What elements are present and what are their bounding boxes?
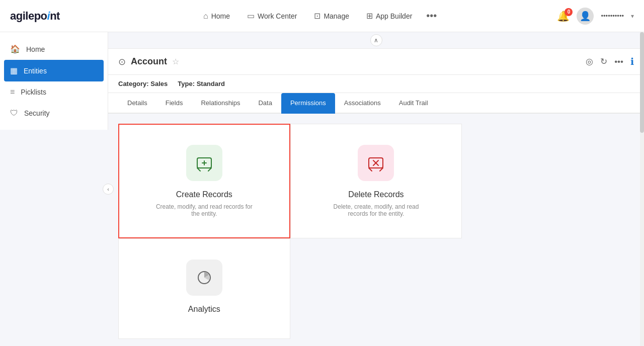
top-navigation: agilepoint ⌂ Home ▭ Work Center ⊡ Manage… <box>0 0 644 32</box>
page-header: ⊙ Account ☆ ◎ ↻ ••• ℹ <box>108 49 644 75</box>
nav-manage[interactable]: ⊡ Manage <box>307 7 356 25</box>
tab-relationships[interactable]: Relationships <box>192 93 249 114</box>
nav-appbuilder-label: App Builder <box>376 12 412 20</box>
delete-records-icon-wrap <box>358 145 394 181</box>
logo: agilepoint <box>10 10 60 23</box>
user-icon: 👤 <box>580 11 591 22</box>
type-label: Type: <box>178 80 195 88</box>
analytics-icon <box>195 269 213 287</box>
avatar[interactable]: 👤 <box>577 8 594 25</box>
collapse-sidebar-button[interactable]: ‹ <box>103 184 114 195</box>
nav-items: ⌂ Home ▭ Work Center ⊡ Manage ⊞ App Buil… <box>80 6 557 26</box>
entities-icon: ▦ <box>10 66 18 75</box>
type-meta: Type: Standard <box>178 80 225 88</box>
analytics-icon-wrap <box>186 260 222 296</box>
monitor-icon: ▭ <box>247 11 255 21</box>
permission-card-delete[interactable]: Delete Records Delete, create, modify, a… <box>290 124 462 238</box>
nav-right: 🔔 0 👤 •••••••••• ▾ <box>557 8 634 25</box>
sidebar-item-home-label: Home <box>26 45 45 53</box>
nav-home[interactable]: ⌂ Home <box>196 8 237 25</box>
user-name-label[interactable]: •••••••••• <box>601 12 624 20</box>
more-icon[interactable]: ••• <box>614 57 623 67</box>
sidebar-item-security[interactable]: 🛡 Security <box>0 103 108 124</box>
appbuilder-icon: ⊞ <box>366 11 373 21</box>
tab-data[interactable]: Data <box>249 93 281 114</box>
info-icon[interactable]: ℹ <box>630 56 634 67</box>
page-header-left: ⊙ Account ☆ <box>118 56 179 67</box>
tabs-bar: Details Fields Relationships Data Permis… <box>108 93 644 114</box>
chevron-left-icon: ‹ <box>107 186 109 192</box>
chevron-down-icon[interactable]: ▾ <box>631 13 634 20</box>
analytics-title: Analytics <box>188 305 220 314</box>
nav-appbuilder[interactable]: ⊞ App Builder <box>359 7 419 25</box>
sidebar-wrapper: 🏠 Home ▦ Entities ≡ Picklists 🛡 Security… <box>0 32 108 346</box>
top-collapse-bar: ∧ <box>108 32 644 49</box>
page-header-right: ◎ ↻ ••• ℹ <box>586 56 634 67</box>
category-label: Category: <box>118 80 149 88</box>
main-layout: 🏠 Home ▦ Entities ≡ Picklists 🛡 Security… <box>0 32 644 346</box>
nav-workcenter[interactable]: ▭ Work Center <box>240 7 304 25</box>
category-value: Sales <box>150 80 168 88</box>
back-button[interactable]: ⊙ <box>118 56 126 67</box>
delete-records-desc: Delete, create, modify, and read records… <box>326 203 426 217</box>
refresh-icon[interactable]: ↻ <box>600 56 607 67</box>
chevron-up-icon: ∧ <box>374 37 378 44</box>
create-records-icon-wrap <box>186 145 222 181</box>
create-records-desc: Create, modify, and read records for the… <box>154 203 255 217</box>
picklists-icon: ≡ <box>10 88 15 97</box>
scroll-track <box>640 32 644 346</box>
logo-text: agilepoint <box>10 10 60 23</box>
home-sidebar-icon: 🏠 <box>10 44 20 54</box>
permission-card-empty <box>462 124 634 238</box>
tab-associations[interactable]: Associations <box>335 93 390 114</box>
delete-records-icon <box>367 154 385 172</box>
shield-icon: 🛡 <box>10 109 18 118</box>
create-records-icon <box>195 154 213 172</box>
scroll-thumb[interactable] <box>640 32 644 133</box>
permissions-area: Create Records Create, modify, and read … <box>108 114 644 346</box>
sidebar: 🏠 Home ▦ Entities ≡ Picklists 🛡 Security <box>0 32 108 130</box>
tab-details[interactable]: Details <box>118 93 156 114</box>
tab-fields[interactable]: Fields <box>156 93 192 114</box>
briefcase-icon: ⊡ <box>314 11 320 21</box>
sidebar-item-entities[interactable]: ▦ Entities <box>4 60 104 81</box>
main-content: ∧ ⊙ Account ☆ ◎ ↻ ••• ℹ Category: Sales <box>108 32 644 346</box>
favorite-button[interactable]: ☆ <box>172 57 179 66</box>
sidebar-item-security-label: Security <box>24 109 50 117</box>
more-options-icon[interactable]: ••• <box>422 6 441 26</box>
sidebar-item-entities-label: Entities <box>24 67 47 75</box>
page-title: Account <box>131 56 167 67</box>
sidebar-item-picklists[interactable]: ≡ Picklists <box>0 81 108 103</box>
nav-manage-label: Manage <box>324 12 349 20</box>
tab-permissions[interactable]: Permissions <box>281 93 335 114</box>
collapse-top-button[interactable]: ∧ <box>370 34 382 46</box>
create-records-title: Create Records <box>176 190 232 199</box>
delete-records-title: Delete Records <box>348 190 404 199</box>
location-icon[interactable]: ◎ <box>586 56 593 67</box>
nav-home-label: Home <box>211 12 230 20</box>
permission-card-create[interactable]: Create Records Create, modify, and read … <box>118 124 290 238</box>
category-meta: Category: Sales <box>118 80 168 88</box>
notifications-button[interactable]: 🔔 0 <box>557 10 570 22</box>
permission-card-analytics[interactable]: Analytics <box>118 238 290 339</box>
type-value: Standard <box>197 80 225 88</box>
sidebar-item-home[interactable]: 🏠 Home <box>0 38 108 60</box>
sidebar-item-picklists-label: Picklists <box>21 88 46 96</box>
home-icon: ⌂ <box>203 12 208 21</box>
meta-bar: Category: Sales Type: Standard <box>108 75 644 93</box>
tab-audit-trail[interactable]: Audit Trail <box>390 93 437 114</box>
nav-workcenter-label: Work Center <box>258 12 297 20</box>
notification-badge: 0 <box>565 8 573 16</box>
